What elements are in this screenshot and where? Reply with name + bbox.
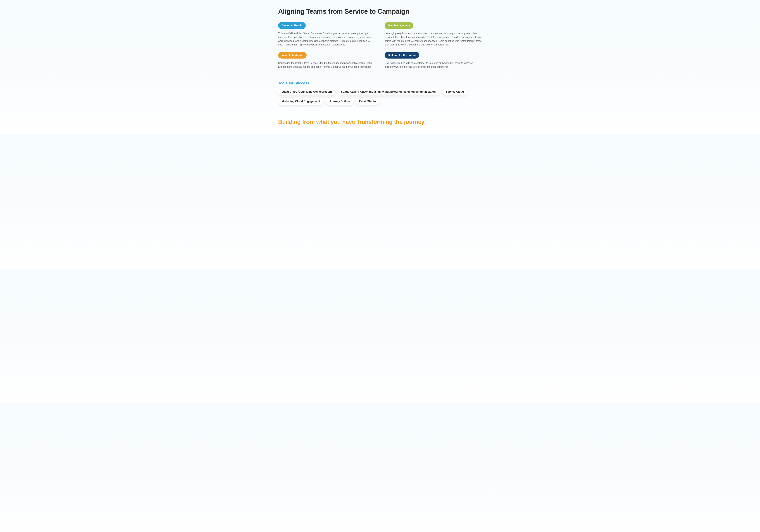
page-title: Aligning Teams from Service to Campaign (278, 8, 482, 15)
tool-chip: Service Cloud (442, 88, 467, 95)
card-insights-to-action: Insights to Action Connecting the insigh… (278, 52, 375, 69)
tool-chip: Lucid Chart (Optimizing Collaboration) (278, 88, 335, 95)
card-data-management: Data Management Leveraging regular open … (385, 22, 482, 47)
tools-chip-list: Lucid Chart (Optimizing Collaboration) S… (278, 88, 482, 105)
card-data-management-text: Leveraging regular open communication ch… (385, 32, 482, 47)
page: Aligning Teams from Service to Campaign … (278, 0, 482, 134)
pill-customer-profile: Customer Profile (278, 22, 306, 29)
footer-heading: Building from what you have Transforming… (278, 119, 482, 125)
card-building-future: Building for the Future ListEngage worke… (385, 52, 482, 69)
pill-building-future: Building for the Future (385, 52, 419, 59)
pill-insights-to-action: Insights to Action (278, 52, 307, 59)
tool-chip: Marketing Cloud Engagement (278, 98, 323, 105)
card-customer-profile-text: This multi-billion-dollar Global Consume… (278, 32, 375, 47)
tool-chip: Email Studio (356, 98, 379, 105)
card-building-future-text: ListEngage worked with this customer to … (385, 61, 482, 69)
card-customer-profile: Customer Profile This multi-billion-doll… (278, 22, 375, 47)
cards-grid: Customer Profile This multi-billion-doll… (278, 22, 482, 69)
tool-chip: Journey Builder (326, 98, 354, 105)
tools-heading: Tools for Success (278, 81, 482, 85)
tool-chip: Status Calls & Check-Ins (Simple, but po… (338, 88, 440, 95)
card-insights-to-action-text: Connecting the insights from Service Clo… (278, 61, 375, 69)
pill-data-management: Data Management (385, 22, 413, 29)
